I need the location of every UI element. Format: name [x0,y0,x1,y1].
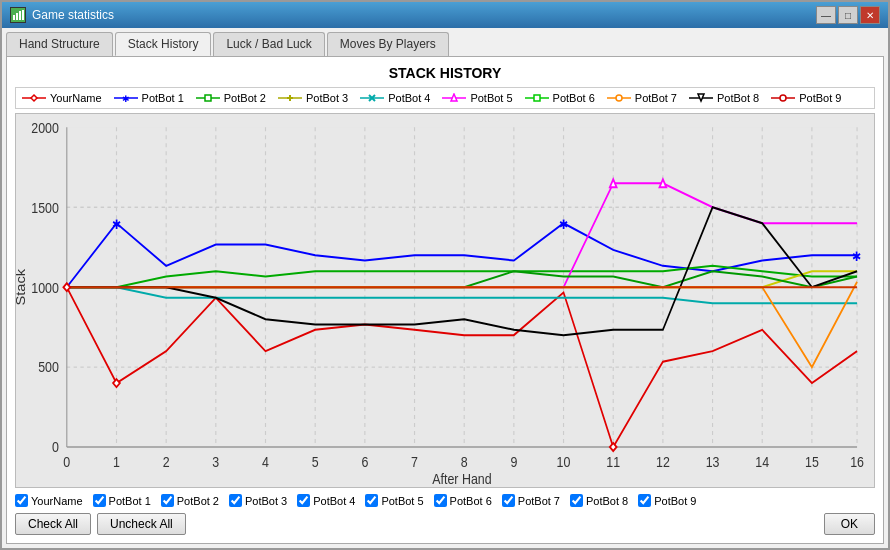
svg-marker-18 [451,94,457,101]
tab-bar: Hand Structure Stack History Luck / Bad … [6,32,884,56]
legend-label-potbot2: PotBot 2 [224,92,266,104]
content-area: Hand Structure Stack History Luck / Bad … [2,28,888,548]
legend-potbot1: ✱ PotBot 1 [114,92,184,104]
svg-text:1: 1 [113,454,120,470]
chart-area: 0 500 1000 1500 2000 0 1 2 3 4 5 6 7 8 9 [15,113,875,488]
checkboxes-row: YourName PotBot 1 PotBot 2 PotBot 3 [15,494,875,507]
title-bar: Game statistics — □ ✕ [2,2,888,28]
checkbox-potbot4[interactable]: PotBot 4 [297,494,355,507]
svg-marker-24 [698,94,704,101]
chart-legend: YourName ✱ PotBot 1 PotBot 2 PotBot 3 Po… [15,87,875,109]
checkbox-potbot8-input[interactable] [570,494,583,507]
checkbox-potbot1[interactable]: PotBot 1 [93,494,151,507]
uncheck-all-button[interactable]: Uncheck All [97,513,186,535]
svg-rect-10 [205,95,211,101]
checkbox-potbot9-input[interactable] [638,494,651,507]
minimize-button[interactable]: — [816,6,836,24]
legend-label-potbot7: PotBot 7 [635,92,677,104]
main-panel: STACK HISTORY YourName ✱ PotBot 1 PotBot… [6,56,884,544]
svg-text:12: 12 [656,454,670,470]
svg-text:13: 13 [706,454,720,470]
game-statistics-window: Game statistics — □ ✕ Hand Structure Sta… [0,0,890,550]
checkbox-potbot4-input[interactable] [297,494,310,507]
svg-rect-2 [16,13,18,20]
legend-label-potbot4: PotBot 4 [388,92,430,104]
checkbox-yourname-input[interactable] [15,494,28,507]
svg-text:7: 7 [411,454,418,470]
legend-potbot9: PotBot 9 [771,92,841,104]
svg-text:4: 4 [262,454,269,470]
svg-text:Stack: Stack [16,269,28,306]
checkbox-potbot7-input[interactable] [502,494,515,507]
window-title: Game statistics [32,8,114,22]
checkbox-potbot6-label: PotBot 6 [450,495,492,507]
tab-stack-history[interactable]: Stack History [115,32,212,56]
legend-label-yourname: YourName [50,92,102,104]
check-all-button[interactable]: Check All [15,513,91,535]
svg-text:2: 2 [163,454,170,470]
svg-rect-1 [13,15,15,20]
checkbox-potbot6-input[interactable] [434,494,447,507]
checkbox-potbot8[interactable]: PotBot 8 [570,494,628,507]
buttons-row: Check All Uncheck All OK [15,513,875,535]
legend-label-potbot3: PotBot 3 [306,92,348,104]
close-button[interactable]: ✕ [860,6,880,24]
checkbox-potbot5-label: PotBot 5 [381,495,423,507]
legend-label-potbot1: PotBot 1 [142,92,184,104]
tab-moves-by-players[interactable]: Moves By Players [327,32,449,56]
tab-luck-bad-luck[interactable]: Luck / Bad Luck [213,32,324,56]
checkbox-potbot2-label: PotBot 2 [177,495,219,507]
svg-text:2000: 2000 [31,120,59,136]
checkbox-potbot6[interactable]: PotBot 6 [434,494,492,507]
legend-yourname: YourName [22,92,102,104]
svg-point-26 [780,95,786,101]
svg-text:6: 6 [361,454,368,470]
svg-text:500: 500 [38,359,59,375]
legend-label-potbot8: PotBot 8 [717,92,759,104]
checkbox-yourname[interactable]: YourName [15,494,83,507]
title-bar-left: Game statistics [10,7,114,23]
legend-label-potbot6: PotBot 6 [553,92,595,104]
legend-potbot5: PotBot 5 [442,92,512,104]
checkbox-potbot3-label: PotBot 3 [245,495,287,507]
app-icon [10,7,26,23]
checkbox-potbot2[interactable]: PotBot 2 [161,494,219,507]
checkbox-potbot3-input[interactable] [229,494,242,507]
svg-text:1500: 1500 [31,200,59,216]
legend-potbot6: PotBot 6 [525,92,595,104]
checkbox-potbot3[interactable]: PotBot 3 [229,494,287,507]
checkbox-potbot5[interactable]: PotBot 5 [365,494,423,507]
ok-button[interactable]: OK [824,513,875,535]
svg-text:0: 0 [52,439,59,455]
svg-text:0: 0 [63,454,70,470]
svg-text:✱: ✱ [122,94,130,103]
svg-rect-4 [22,10,24,20]
chart-title: STACK HISTORY [15,65,875,81]
checkbox-potbot5-input[interactable] [365,494,378,507]
checkbox-potbot2-input[interactable] [161,494,174,507]
checkbox-potbot7-label: PotBot 7 [518,495,560,507]
legend-label-potbot5: PotBot 5 [470,92,512,104]
legend-potbot3: PotBot 3 [278,92,348,104]
svg-text:14: 14 [755,454,769,470]
svg-marker-6 [31,95,37,101]
svg-point-22 [616,95,622,101]
svg-text:5: 5 [312,454,319,470]
legend-potbot4: PotBot 4 [360,92,430,104]
svg-text:✱: ✱ [852,249,861,264]
svg-rect-20 [534,95,540,101]
chart-svg: 0 500 1000 1500 2000 0 1 2 3 4 5 6 7 8 9 [16,114,874,487]
title-buttons: — □ ✕ [816,6,880,24]
checkbox-potbot9-label: PotBot 9 [654,495,696,507]
maximize-button[interactable]: □ [838,6,858,24]
checkbox-potbot7[interactable]: PotBot 7 [502,494,560,507]
checkbox-potbot1-input[interactable] [93,494,106,507]
legend-potbot8: PotBot 8 [689,92,759,104]
checkbox-potbot1-label: PotBot 1 [109,495,151,507]
bottom-section: YourName PotBot 1 PotBot 2 PotBot 3 [15,494,875,535]
svg-text:✱: ✱ [112,217,121,232]
checkbox-potbot4-label: PotBot 4 [313,495,355,507]
svg-text:10: 10 [557,454,571,470]
tab-hand-structure[interactable]: Hand Structure [6,32,113,56]
checkbox-potbot9[interactable]: PotBot 9 [638,494,696,507]
